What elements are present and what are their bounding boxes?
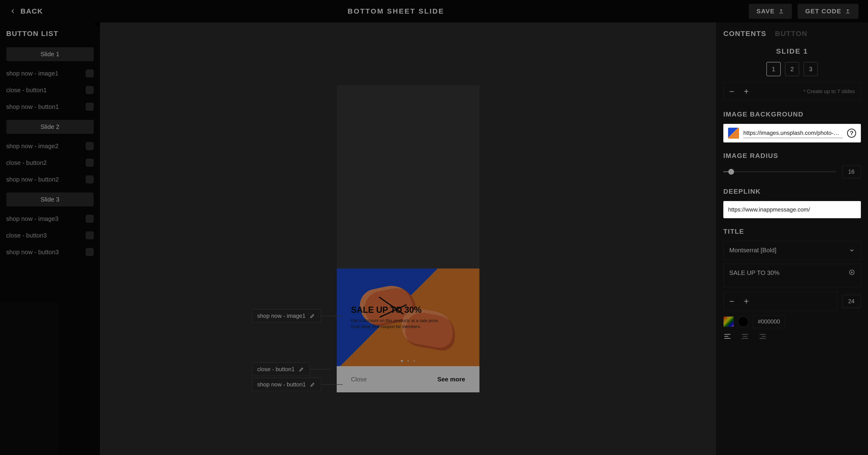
title-size-row: − + 24 — [723, 292, 861, 311]
list-item-label: shop now - button2 — [6, 176, 59, 183]
connector-text: close - button1 — [257, 366, 294, 373]
pencil-icon[interactable] — [298, 366, 305, 373]
plus-circle-icon[interactable] — [849, 269, 855, 277]
canvas[interactable]: SALE UP TO 30% Get a discount on this pr… — [100, 22, 716, 455]
checkbox[interactable] — [86, 248, 94, 256]
minus-icon[interactable]: − — [729, 296, 734, 306]
upload-icon — [845, 8, 851, 14]
close-button[interactable]: Close — [351, 376, 367, 383]
upload-icon — [778, 8, 784, 14]
sheet-body-line2: Give away free coupon for members. — [351, 324, 439, 330]
checkbox[interactable] — [86, 86, 94, 94]
title-size-value[interactable]: 24 — [842, 295, 861, 308]
color-swatch[interactable] — [738, 316, 749, 327]
list-item[interactable]: shop now - button3 — [6, 244, 94, 260]
save-button[interactable]: SAVE — [749, 4, 792, 19]
list-item-label: shop now - image2 — [6, 142, 59, 150]
connector-shop-now-image1: shop now - image1 — [252, 309, 342, 322]
top-bar: BACK BOTTOM SHEET SLIDE SAVE GET CODE — [0, 0, 868, 22]
sheet-buttons: Close See more — [337, 366, 479, 392]
connector-label[interactable]: close - button1 — [252, 363, 310, 376]
connector-line — [310, 369, 332, 369]
slide-pills: 1 2 3 — [723, 62, 861, 76]
radius-value[interactable]: 16 — [842, 165, 861, 178]
align-left-icon[interactable] — [723, 332, 732, 342]
right-tabs: CONTENTS BUTTON — [723, 30, 861, 38]
checkbox[interactable] — [86, 69, 94, 78]
checkbox[interactable] — [86, 175, 94, 183]
tab-contents[interactable]: CONTENTS — [723, 30, 766, 38]
connector-line — [321, 316, 342, 316]
sheet-image[interactable]: SALE UP TO 30% Get a discount on this pr… — [337, 268, 479, 366]
connector-label[interactable]: shop now - button1 — [252, 378, 321, 391]
connector-shop-now-button1: shop now - button1 — [252, 378, 343, 391]
font-select[interactable]: Montserrat [Bold] — [723, 241, 861, 259]
radius-slider[interactable] — [723, 171, 836, 172]
list-item[interactable]: shop now - image3 — [6, 210, 94, 227]
list-item[interactable]: shop now - image1 — [6, 65, 94, 82]
page-title: BOTTOM SHEET SLIDE — [348, 7, 444, 15]
list-item-label: close - button1 — [6, 86, 47, 94]
sheet-title: SALE UP TO 30% — [351, 305, 439, 315]
sheet-text: SALE UP TO 30% Get a discount on this pr… — [351, 305, 439, 330]
slide-header-2[interactable]: Slide 2 — [6, 120, 94, 134]
title-text-value: SALE UP TO 30% — [729, 269, 779, 277]
title-section-label: TITLE — [723, 228, 861, 235]
tab-button[interactable]: BUTTON — [775, 30, 807, 38]
plus-icon[interactable]: + — [744, 86, 749, 96]
list-item[interactable]: close - button2 — [6, 154, 94, 171]
plus-icon[interactable]: + — [744, 296, 749, 306]
list-item[interactable]: close - button3 — [6, 227, 94, 244]
connector-line — [321, 384, 343, 385]
connector-label[interactable]: shop now - image1 — [252, 309, 321, 322]
image-url-input[interactable] — [743, 128, 843, 138]
list-item[interactable]: shop now - button1 — [6, 98, 94, 115]
help-icon[interactable]: ? — [847, 129, 856, 138]
deeplink-input[interactable]: https://www.inappmessage.com/ — [723, 201, 861, 218]
image-thumbnail[interactable] — [728, 128, 739, 139]
title-size-pm: − + — [723, 292, 838, 311]
slide-header-1[interactable]: Slide 1 — [6, 47, 94, 61]
slide-pill-2[interactable]: 2 — [785, 62, 799, 76]
checkbox[interactable] — [86, 215, 94, 223]
font-value: Montserrat [Bold] — [729, 247, 776, 254]
save-label: SAVE — [756, 8, 775, 15]
pencil-icon[interactable] — [309, 381, 316, 388]
right-sidebar: CONTENTS BUTTON SLIDE 1 1 2 3 − + * Crea… — [716, 22, 868, 455]
back-label: BACK — [21, 7, 43, 15]
image-background-input-row: ? — [723, 124, 861, 142]
list-item-label: shop now - image1 — [6, 70, 59, 77]
back-button[interactable]: BACK — [9, 7, 43, 15]
image-radius-label: IMAGE RADIUS — [723, 152, 861, 160]
list-item[interactable]: shop now - image2 — [6, 138, 94, 154]
align-right-icon[interactable] — [758, 332, 767, 342]
minus-icon[interactable]: − — [729, 86, 734, 96]
get-code-label: GET CODE — [805, 8, 841, 15]
list-item-label: shop now - button1 — [6, 103, 59, 111]
list-item[interactable]: close - button1 — [6, 82, 94, 98]
checkbox[interactable] — [86, 103, 94, 111]
title-text-input[interactable]: SALE UP TO 30% — [723, 264, 861, 287]
slider-knob[interactable] — [728, 169, 734, 175]
slide-note: * Create up to 7 slides — [804, 88, 855, 94]
list-item[interactable]: shop now - button2 — [6, 171, 94, 188]
see-more-button[interactable]: See more — [437, 376, 465, 383]
color-hex[interactable]: #000000 — [753, 315, 785, 328]
get-code-button[interactable]: GET CODE — [798, 4, 859, 19]
button-list-title: BUTTON LIST — [6, 30, 94, 38]
connector-close-button1: close - button1 — [252, 363, 332, 376]
sheet-body-line1: Get a discount on this products at a sal… — [351, 318, 439, 324]
top-actions: SAVE GET CODE — [749, 4, 859, 19]
checkbox[interactable] — [86, 231, 94, 239]
dot-1 — [401, 360, 403, 362]
dot-3 — [413, 360, 415, 362]
slide-pill-3[interactable]: 3 — [804, 62, 818, 76]
checkbox[interactable] — [86, 142, 94, 150]
arrow-left-icon — [9, 8, 17, 15]
align-center-icon[interactable] — [741, 332, 749, 342]
checkbox[interactable] — [86, 159, 94, 167]
color-picker-icon[interactable] — [723, 316, 734, 327]
slide-pill-1[interactable]: 1 — [766, 62, 781, 76]
slide-header-3[interactable]: Slide 3 — [6, 193, 94, 206]
pencil-icon[interactable] — [309, 312, 316, 319]
